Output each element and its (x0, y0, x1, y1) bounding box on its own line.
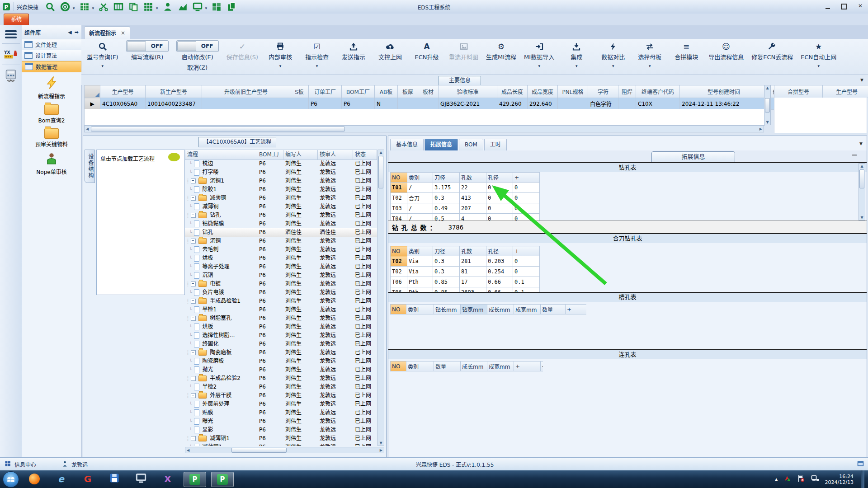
table-column-header[interactable]: 孔径 (486, 246, 513, 256)
tree-row[interactable]: └抛光P6刘伟生龙敦远已上网 (185, 366, 377, 374)
hamburger-menu-icon[interactable] (4, 29, 18, 40)
table-column-header[interactable]: - (541, 361, 543, 371)
taskbar-app-eds-window[interactable]: P (211, 472, 234, 487)
table-column-header[interactable]: NO (391, 173, 407, 183)
tree-column-header[interactable]: 状态 (353, 150, 377, 160)
calculator-link-icon[interactable] (2, 67, 19, 84)
dropdown-caret-icon[interactable]: ▾ (156, 6, 158, 10)
windows-icon[interactable] (211, 1, 222, 12)
detail-tab[interactable]: 基本信息 (390, 139, 424, 151)
collapse-dash-icon[interactable]: — (852, 152, 857, 158)
taskbar-app-app-x[interactable]: X (157, 472, 179, 486)
taskbar-app-browser-firefox[interactable] (24, 472, 45, 486)
detail-dropdown-caret[interactable]: ▼ (859, 141, 863, 146)
tree-row[interactable]: └铣边P6刘伟生龙敦远已上网 (185, 160, 377, 168)
ribbon-button[interactable]: 集成▾ (562, 41, 591, 68)
tree-expander-icon[interactable] (191, 282, 196, 286)
device-structure-vertical-tab[interactable]: 设备结构 (85, 150, 95, 183)
table-row[interactable]: T04/0.54000 (391, 214, 541, 221)
tree-row[interactable]: └减薄铜1P6刘伟生龙敦远已上网 (185, 443, 377, 446)
drill-table-vscrollbar[interactable]: ▲▼ (859, 163, 865, 221)
sidebar-tool[interactable]: Nope单审核 (36, 152, 66, 175)
detail-tab[interactable]: BOM (459, 139, 483, 151)
table-column-header[interactable]: 孔数 (460, 173, 486, 183)
ribbon-button[interactable]: ≡合拼模块 (672, 41, 701, 61)
ribbon-button[interactable]: 发送指示 (339, 41, 368, 61)
grid-column-header[interactable]: 订单工厂 (309, 85, 342, 98)
table-column-header[interactable]: 成宽mm (487, 361, 514, 371)
tree-row[interactable]: └终固化P6刘伟生龙敦远已上网 (185, 340, 377, 348)
close-button[interactable]: ✕ (855, 2, 865, 10)
tree-expander-icon[interactable] (191, 436, 196, 441)
tree-column-header[interactable]: 核审人 (318, 150, 353, 160)
collapse-left-icon[interactable]: ◀ (68, 29, 71, 35)
search-icon[interactable] (45, 1, 56, 12)
table-column-header[interactable]: NO (391, 305, 406, 314)
table-column-header[interactable]: + (513, 173, 540, 183)
tree-row[interactable]: └曝光P6刘伟生龙敦远已上网 (185, 417, 377, 426)
current-user-item[interactable]: 龙敦远 (61, 460, 88, 469)
table-column-header[interactable]: 数量 (434, 361, 461, 371)
sidebar-item-nav[interactable]: 设计算法 (22, 50, 81, 61)
grid-column-header[interactable]: 板厚 (398, 85, 418, 98)
ribbon-button[interactable]: 修复ECN丢流程 (751, 41, 793, 61)
dropdown-caret-icon[interactable]: ▾ (316, 64, 318, 68)
table-row[interactable]: T01/3.17522000 (391, 183, 541, 193)
table-column-header[interactable]: + (566, 305, 587, 314)
tree-expander-icon[interactable] (191, 393, 196, 398)
ribbon-button[interactable]: ☑指示检查▾ (302, 41, 331, 68)
grid-row-selected[interactable]: ▶4C10X065A010010400233487P6P6NGJB362C-20… (85, 98, 810, 110)
taskbar-app-app-g[interactable]: G (77, 472, 99, 486)
tree-row[interactable]: └选择性树脂…P6刘伟生龙敦远已上网 (185, 331, 377, 340)
user-icon[interactable] (162, 1, 173, 12)
grid-column-header[interactable]: 成品长度 (497, 85, 528, 98)
tree-row[interactable]: └等离子处理P6刘伟生龙敦远已上网 (185, 263, 377, 271)
detail-tab[interactable]: 工时 (484, 139, 507, 151)
tree-row[interactable]: ┊减薄铜1P6刘伟生龙敦远已上网 (185, 434, 377, 443)
table-column-header[interactable]: NO (391, 361, 406, 371)
film-icon[interactable] (113, 1, 124, 12)
tree-row[interactable]: ┊减薄铜P6刘伟生龙敦远已上网 (185, 194, 377, 202)
ribbon-button[interactable]: ☺导出流程信息 (708, 41, 744, 61)
tree-row[interactable]: └去毛刺P6刘伟生龙敦远已上网 (185, 245, 377, 254)
table-row[interactable]: T02Via0.32810.20300 (391, 256, 541, 267)
network-icon[interactable] (811, 474, 820, 484)
taskbar-clock[interactable]: 16:24 2024/12/13 (825, 474, 854, 485)
apps-grid-icon[interactable] (143, 1, 154, 12)
ribbon-button[interactable]: OFF启动修改(E)取消(Z) (176, 41, 219, 71)
tree-vscrollbar[interactable]: ▲▼ (377, 150, 384, 446)
table-row[interactable]: T06Pth0.85170.660.10 (391, 277, 541, 287)
taskbar-app-app-media[interactable] (130, 472, 152, 486)
tray-expand-icon[interactable]: ▲ (775, 477, 778, 482)
tree-row[interactable]: ┊半成品检验2P6刘伟生龙敦远已上网 (185, 374, 377, 383)
taskbar-app-app-save[interactable] (104, 472, 125, 486)
pin-icon[interactable]: ➡ (75, 29, 79, 35)
tree-row[interactable]: ┊电镀P6刘伟生龙敦远已上网 (185, 280, 377, 288)
table-column-header[interactable]: 数量 (541, 305, 566, 314)
tree-row[interactable]: └烘板P6刘伟生龙敦远已上网 (185, 323, 377, 331)
tree-expander-icon[interactable] (191, 316, 196, 321)
tray-app-icon[interactable] (783, 474, 792, 484)
dropdown-caret-icon[interactable]: ▾ (538, 64, 540, 68)
grid-column-header[interactable]: S板 (290, 85, 309, 98)
sidebar-item-active[interactable]: 数据管理 (22, 61, 81, 72)
table-column-header[interactable]: + (514, 361, 541, 371)
tree-expander-icon[interactable] (191, 299, 196, 304)
table-column-header[interactable]: 孔径 (486, 173, 513, 183)
sidebar-item-nav[interactable]: 文件处理 (22, 39, 81, 50)
ribbon-button[interactable]: OFF编写流程(R) (126, 41, 169, 61)
dropdown-caret-icon[interactable]: ▾ (649, 64, 651, 68)
tree-row[interactable]: └显影P6刘伟生龙敦远已上网 (185, 426, 377, 434)
grid-column-header[interactable]: 生产型号 (100, 85, 146, 98)
table-column-header[interactable]: - (540, 246, 541, 256)
grid-column-header[interactable]: 成品宽度 (528, 85, 558, 98)
table-column-header[interactable]: 成长mm (461, 361, 487, 371)
ribbon-sub-action[interactable]: 取消(Z) (187, 63, 208, 71)
tree-expander-icon[interactable] (191, 239, 196, 244)
table-column-header[interactable]: 成宽mm (514, 305, 541, 314)
table-column-header[interactable]: 钻长mm (434, 305, 461, 314)
statusbar-corner-icon[interactable] (857, 460, 864, 469)
table-column-header[interactable]: + (513, 246, 540, 256)
tree-row[interactable]: ┊沉铜1P6刘伟生龙敦远已上网 (185, 177, 377, 185)
grid-column-header[interactable]: 终端客户代码 (636, 85, 680, 98)
